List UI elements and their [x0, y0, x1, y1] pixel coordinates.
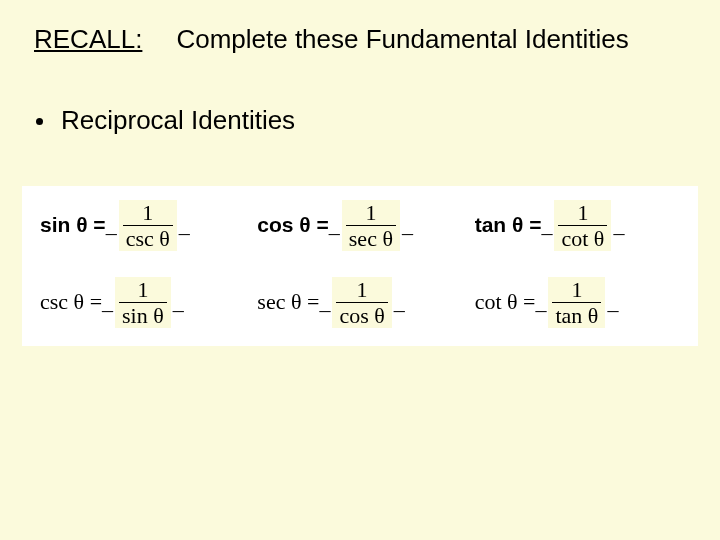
bullet-dot-icon: [36, 118, 43, 125]
identity-cos-lhs: cos θ =: [257, 213, 328, 237]
identity-cos: cos θ = _ 1 sec θ _: [257, 200, 462, 251]
identity-sec-answer: 1 cos θ: [332, 277, 391, 328]
fraction-numerator: 1: [575, 201, 590, 224]
identity-tan: tan θ = _ 1 cot θ _: [475, 200, 680, 251]
fraction: 1 sec θ: [346, 201, 396, 250]
identity-tan-answer: 1 cot θ: [554, 200, 611, 251]
fraction-denom-text: sec θ: [349, 226, 393, 251]
fraction-denom-text: sin θ: [122, 303, 164, 328]
bullet-row: Reciprocal Identities: [36, 104, 692, 138]
identity-sec: sec θ = _ 1 cos θ _: [257, 277, 462, 328]
fraction: 1 csc θ: [123, 201, 173, 250]
blank-trailing: _: [394, 289, 405, 315]
identity-tan-lhs: tan θ =: [475, 213, 542, 237]
blank-trailing: _: [607, 289, 618, 315]
identity-sec-lhs: sec θ =: [257, 289, 319, 315]
slide: RECALL: Complete these Fundamental Ident…: [0, 0, 720, 540]
fraction-numerator: 1: [135, 278, 150, 301]
identity-cot-lhs: cot θ =: [475, 289, 536, 315]
fraction-denominator: cos θ: [336, 304, 387, 327]
blank-leading: _: [102, 289, 113, 315]
identity-cot-answer: 1 tan θ: [548, 277, 605, 328]
blank-leading: _: [541, 212, 552, 238]
fraction-denom-text: tan θ: [555, 303, 598, 328]
header-row: RECALL: Complete these Fundamental Ident…: [28, 22, 692, 58]
fraction-numerator: 1: [140, 201, 155, 224]
blank-trailing: _: [179, 212, 190, 238]
fraction-denom-text: csc θ: [126, 226, 170, 251]
blank-leading: _: [319, 289, 330, 315]
fraction: 1 cot θ: [558, 201, 607, 250]
fraction-numerator: 1: [355, 278, 370, 301]
slide-title: Complete these Fundamental Identities: [170, 22, 634, 58]
fraction-denom-text: cot θ: [561, 226, 604, 251]
blank-trailing: _: [402, 212, 413, 238]
recall-label: RECALL:: [28, 22, 148, 58]
bullet-label: Reciprocal Identities: [55, 104, 301, 138]
blank-leading: _: [329, 212, 340, 238]
blank-trailing: _: [613, 212, 624, 238]
fraction-denominator: tan θ: [552, 304, 601, 327]
fraction-numerator: 1: [569, 278, 584, 301]
identities-block: sin θ = _ 1 csc θ _ cos θ = _ 1: [22, 186, 698, 346]
identity-csc-answer: 1 sin θ: [115, 277, 171, 328]
fraction-denominator: cot θ: [558, 227, 607, 250]
fraction: 1 tan θ: [552, 278, 601, 327]
fraction: 1 cos θ: [336, 278, 387, 327]
fraction-denominator: sin θ: [119, 304, 167, 327]
identities-grid: sin θ = _ 1 csc θ _ cos θ = _ 1: [40, 200, 680, 328]
identity-sin: sin θ = _ 1 csc θ _: [40, 200, 245, 251]
identity-cos-answer: 1 sec θ: [342, 200, 400, 251]
identity-sin-lhs: sin θ =: [40, 213, 106, 237]
identity-csc: csc θ = _ 1 sin θ _: [40, 277, 245, 328]
identity-cot: cot θ = _ 1 tan θ _: [475, 277, 680, 328]
identity-csc-lhs: csc θ =: [40, 289, 102, 315]
fraction-denom-text: cos θ: [339, 303, 384, 328]
blank-leading: _: [106, 212, 117, 238]
fraction-numerator: 1: [363, 201, 378, 224]
blank-leading: _: [535, 289, 546, 315]
fraction: 1 sin θ: [119, 278, 167, 327]
fraction-denominator: csc θ: [123, 227, 173, 250]
fraction-denominator: sec θ: [346, 227, 396, 250]
blank-trailing: _: [173, 289, 184, 315]
identity-sin-answer: 1 csc θ: [119, 200, 177, 251]
